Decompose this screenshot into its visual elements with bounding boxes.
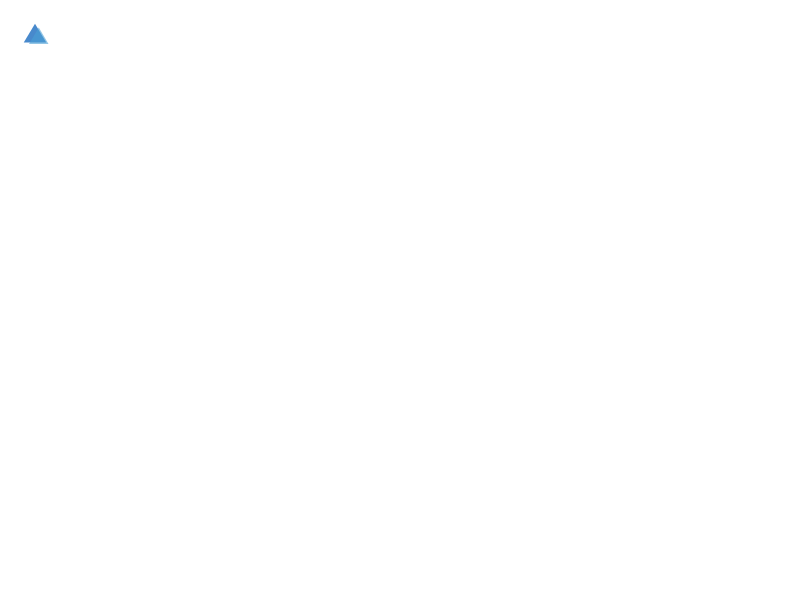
page-header (20, 20, 772, 50)
logo (20, 20, 54, 50)
logo-icon (20, 20, 50, 50)
